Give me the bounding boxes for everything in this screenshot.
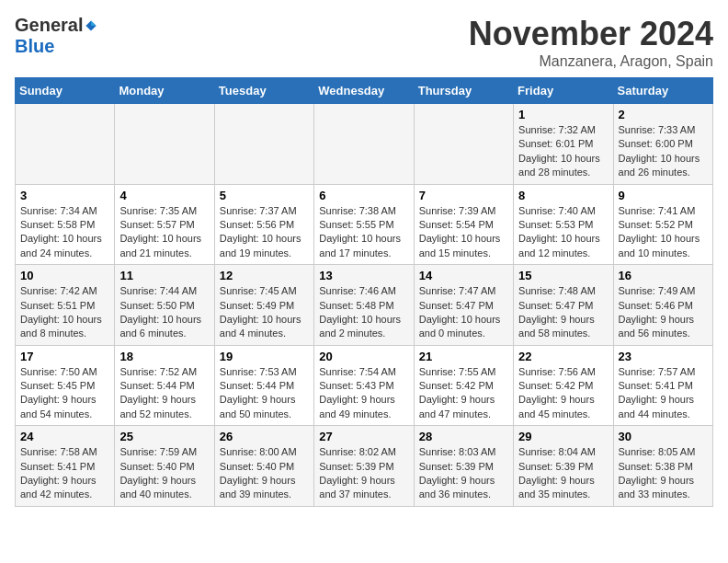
day-info: Sunrise: 8:05 AMSunset: 5:38 PMDaylight:… xyxy=(619,445,708,502)
table-row: 2Sunrise: 7:33 AMSunset: 6:00 PMDaylight… xyxy=(613,104,712,185)
table-row: 18Sunrise: 7:52 AMSunset: 5:44 PMDayligh… xyxy=(115,345,214,426)
table-row: 12Sunrise: 7:45 AMSunset: 5:49 PMDayligh… xyxy=(214,265,313,346)
day-number: 3 xyxy=(20,189,109,202)
day-info: Sunrise: 8:00 AMSunset: 5:40 PMDaylight:… xyxy=(220,445,309,502)
calendar-week-2: 3Sunrise: 7:34 AMSunset: 5:58 PMDaylight… xyxy=(16,184,713,265)
day-info: Sunrise: 7:56 AMSunset: 5:42 PMDaylight:… xyxy=(518,365,608,422)
day-number: 26 xyxy=(220,430,309,443)
table-row: 8Sunrise: 7:40 AMSunset: 5:53 PMDaylight… xyxy=(514,184,613,265)
day-info: Sunrise: 8:03 AMSunset: 5:39 PMDaylight:… xyxy=(419,445,508,502)
table-row xyxy=(314,104,414,185)
table-row: 10Sunrise: 7:42 AMSunset: 5:51 PMDayligh… xyxy=(16,265,115,346)
day-info: Sunrise: 7:45 AMSunset: 5:49 PMDaylight:… xyxy=(220,284,309,341)
table-row: 17Sunrise: 7:50 AMSunset: 5:45 PMDayligh… xyxy=(16,345,115,426)
day-number: 6 xyxy=(319,189,408,202)
header-monday: Monday xyxy=(115,78,214,104)
day-info: Sunrise: 8:02 AMSunset: 5:39 PMDaylight:… xyxy=(319,445,408,502)
day-info: Sunrise: 7:59 AMSunset: 5:40 PMDaylight:… xyxy=(119,445,209,502)
day-info: Sunrise: 7:58 AMSunset: 5:41 PMDaylight:… xyxy=(20,445,109,502)
calendar-header-row: Sunday Monday Tuesday Wednesday Thursday… xyxy=(16,78,713,104)
table-row: 20Sunrise: 7:54 AMSunset: 5:43 PMDayligh… xyxy=(314,345,414,426)
logo: General Blue xyxy=(15,15,97,57)
day-number: 10 xyxy=(20,269,109,282)
month-title: November 2024 xyxy=(469,15,713,53)
day-number: 4 xyxy=(119,189,209,202)
day-number: 12 xyxy=(220,269,309,282)
day-info: Sunrise: 7:47 AMSunset: 5:47 PMDaylight:… xyxy=(419,284,508,341)
day-number: 8 xyxy=(518,189,608,202)
day-info: Sunrise: 7:32 AMSunset: 6:01 PMDaylight:… xyxy=(518,123,608,180)
calendar-week-1: 1Sunrise: 7:32 AMSunset: 6:01 PMDaylight… xyxy=(16,104,713,185)
table-row: 23Sunrise: 7:57 AMSunset: 5:41 PMDayligh… xyxy=(613,345,712,426)
day-number: 16 xyxy=(619,269,708,282)
day-number: 29 xyxy=(518,430,608,443)
calendar-week-5: 24Sunrise: 7:58 AMSunset: 5:41 PMDayligh… xyxy=(16,426,713,507)
day-info: Sunrise: 7:34 AMSunset: 5:58 PMDaylight:… xyxy=(20,204,109,261)
day-info: Sunrise: 7:48 AMSunset: 5:47 PMDaylight:… xyxy=(518,284,608,341)
day-info: Sunrise: 7:50 AMSunset: 5:45 PMDaylight:… xyxy=(20,365,109,422)
header-tuesday: Tuesday xyxy=(214,78,313,104)
calendar-week-3: 10Sunrise: 7:42 AMSunset: 5:51 PMDayligh… xyxy=(16,265,713,346)
day-number: 17 xyxy=(20,350,109,363)
day-number: 28 xyxy=(419,430,508,443)
day-info: Sunrise: 7:49 AMSunset: 5:46 PMDaylight:… xyxy=(619,284,708,341)
day-number: 15 xyxy=(518,269,608,282)
day-info: Sunrise: 7:35 AMSunset: 5:57 PMDaylight:… xyxy=(119,204,209,261)
day-number: 1 xyxy=(518,108,608,121)
day-number: 25 xyxy=(119,430,209,443)
table-row xyxy=(214,104,313,185)
header-wednesday: Wednesday xyxy=(314,78,414,104)
day-number: 7 xyxy=(419,189,508,202)
day-number: 13 xyxy=(319,269,408,282)
day-info: Sunrise: 7:46 AMSunset: 5:48 PMDaylight:… xyxy=(319,284,408,341)
calendar-table: Sunday Monday Tuesday Wednesday Thursday… xyxy=(15,77,713,507)
logo-blue-text: Blue xyxy=(15,36,54,56)
page-header: General Blue November 2024 Manzanera, Ar… xyxy=(15,15,713,70)
table-row xyxy=(16,104,115,185)
table-row: 3Sunrise: 7:34 AMSunset: 5:58 PMDaylight… xyxy=(16,184,115,265)
header-friday: Friday xyxy=(514,78,613,104)
table-row: 21Sunrise: 7:55 AMSunset: 5:42 PMDayligh… xyxy=(414,345,513,426)
day-info: Sunrise: 7:37 AMSunset: 5:56 PMDaylight:… xyxy=(220,204,309,261)
day-number: 22 xyxy=(518,350,608,363)
day-info: Sunrise: 7:55 AMSunset: 5:42 PMDaylight:… xyxy=(419,365,508,422)
day-info: Sunrise: 7:40 AMSunset: 5:53 PMDaylight:… xyxy=(518,204,608,261)
table-row xyxy=(115,104,214,185)
header-thursday: Thursday xyxy=(414,78,513,104)
table-row: 7Sunrise: 7:39 AMSunset: 5:54 PMDaylight… xyxy=(414,184,513,265)
logo-general-text: General xyxy=(15,15,83,36)
day-number: 27 xyxy=(319,430,408,443)
day-info: Sunrise: 7:33 AMSunset: 6:00 PMDaylight:… xyxy=(619,123,708,180)
day-number: 30 xyxy=(619,430,708,443)
day-info: Sunrise: 7:52 AMSunset: 5:44 PMDaylight:… xyxy=(119,365,209,422)
table-row: 5Sunrise: 7:37 AMSunset: 5:56 PMDaylight… xyxy=(214,184,313,265)
location: Manzanera, Aragon, Spain xyxy=(469,53,713,70)
title-block: November 2024 Manzanera, Aragon, Spain xyxy=(469,15,713,70)
table-row: 28Sunrise: 8:03 AMSunset: 5:39 PMDayligh… xyxy=(414,426,513,507)
day-number: 9 xyxy=(619,189,708,202)
table-row: 9Sunrise: 7:41 AMSunset: 5:52 PMDaylight… xyxy=(613,184,712,265)
day-info: Sunrise: 7:54 AMSunset: 5:43 PMDaylight:… xyxy=(319,365,408,422)
table-row xyxy=(414,104,513,185)
table-row: 19Sunrise: 7:53 AMSunset: 5:44 PMDayligh… xyxy=(214,345,313,426)
day-info: Sunrise: 8:04 AMSunset: 5:39 PMDaylight:… xyxy=(518,445,608,502)
logo-icon xyxy=(85,19,97,32)
table-row: 1Sunrise: 7:32 AMSunset: 6:01 PMDaylight… xyxy=(514,104,613,185)
table-row: 16Sunrise: 7:49 AMSunset: 5:46 PMDayligh… xyxy=(613,265,712,346)
day-number: 11 xyxy=(119,269,209,282)
day-number: 21 xyxy=(419,350,508,363)
table-row: 4Sunrise: 7:35 AMSunset: 5:57 PMDaylight… xyxy=(115,184,214,265)
header-sunday: Sunday xyxy=(16,78,115,104)
day-number: 24 xyxy=(20,430,109,443)
table-row: 11Sunrise: 7:44 AMSunset: 5:50 PMDayligh… xyxy=(115,265,214,346)
header-saturday: Saturday xyxy=(613,78,712,104)
table-row: 26Sunrise: 8:00 AMSunset: 5:40 PMDayligh… xyxy=(214,426,313,507)
table-row: 24Sunrise: 7:58 AMSunset: 5:41 PMDayligh… xyxy=(16,426,115,507)
table-row: 14Sunrise: 7:47 AMSunset: 5:47 PMDayligh… xyxy=(414,265,513,346)
table-row: 15Sunrise: 7:48 AMSunset: 5:47 PMDayligh… xyxy=(514,265,613,346)
day-number: 23 xyxy=(619,350,708,363)
svg-marker-1 xyxy=(91,20,97,26)
table-row: 30Sunrise: 8:05 AMSunset: 5:38 PMDayligh… xyxy=(613,426,712,507)
day-number: 14 xyxy=(419,269,508,282)
day-info: Sunrise: 7:42 AMSunset: 5:51 PMDaylight:… xyxy=(20,284,109,341)
